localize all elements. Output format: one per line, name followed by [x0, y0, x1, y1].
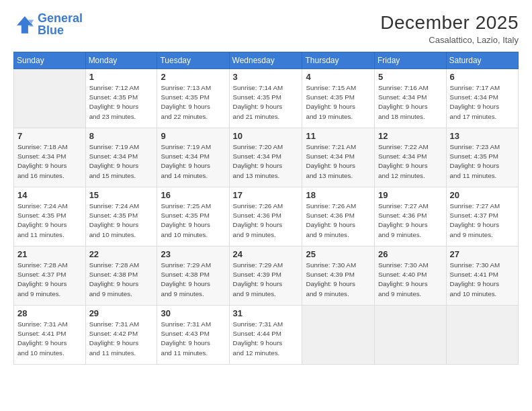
calendar-day-25: 25Sunrise: 7:30 AMSunset: 4:39 PMDayligh…	[302, 246, 375, 306]
calendar-week-5: 28Sunrise: 7:31 AMSunset: 4:41 PMDayligh…	[14, 306, 519, 365]
calendar-day-10: 10Sunrise: 7:20 AMSunset: 4:34 PMDayligh…	[229, 128, 302, 187]
day-number: 24	[233, 249, 299, 259]
day-number: 8	[89, 131, 154, 141]
calendar-day-30: 30Sunrise: 7:31 AMSunset: 4:43 PMDayligh…	[157, 306, 229, 365]
day-info: Sunrise: 7:31 AMSunset: 4:42 PMDaylight:…	[89, 320, 154, 358]
calendar-day-12: 12Sunrise: 7:22 AMSunset: 4:34 PMDayligh…	[375, 128, 447, 187]
day-info: Sunrise: 7:22 AMSunset: 4:34 PMDaylight:…	[378, 142, 443, 181]
page: General Blue December 2025 Casalattico, …	[0, 0, 532, 411]
day-number: 14	[17, 190, 82, 200]
day-info: Sunrise: 7:25 AMSunset: 4:35 PMDaylight:…	[161, 201, 225, 240]
calendar-header-row: SundayMondayTuesdayWednesdayThursdayFrid…	[14, 52, 519, 69]
day-number: 5	[378, 72, 443, 82]
calendar-day-8: 8Sunrise: 7:19 AMSunset: 4:34 PMDaylight…	[85, 128, 157, 187]
calendar-day-18: 18Sunrise: 7:26 AMSunset: 4:36 PMDayligh…	[302, 187, 375, 246]
calendar-day-29: 29Sunrise: 7:31 AMSunset: 4:42 PMDayligh…	[85, 306, 157, 365]
day-info: Sunrise: 7:18 AMSunset: 4:34 PMDaylight:…	[17, 142, 82, 181]
calendar-empty	[14, 69, 86, 128]
day-info: Sunrise: 7:23 AMSunset: 4:35 PMDaylight:…	[450, 142, 515, 181]
day-number: 12	[378, 131, 443, 141]
col-header-saturday: Saturday	[446, 52, 518, 69]
day-info: Sunrise: 7:24 AMSunset: 4:35 PMDaylight:…	[17, 201, 82, 240]
day-info: Sunrise: 7:27 AMSunset: 4:37 PMDaylight:…	[450, 201, 515, 240]
day-number: 21	[17, 249, 82, 259]
calendar-week-3: 14Sunrise: 7:24 AMSunset: 4:35 PMDayligh…	[14, 187, 519, 246]
calendar-day-11: 11Sunrise: 7:21 AMSunset: 4:34 PMDayligh…	[302, 128, 375, 187]
logo-line2: Blue	[38, 24, 83, 38]
location: Casalattico, Lazio, Italy	[380, 35, 519, 45]
calendar-day-27: 27Sunrise: 7:30 AMSunset: 4:41 PMDayligh…	[446, 246, 518, 306]
day-info: Sunrise: 7:17 AMSunset: 4:34 PMDaylight:…	[450, 83, 515, 122]
day-info: Sunrise: 7:31 AMSunset: 4:44 PMDaylight:…	[233, 320, 299, 358]
day-info: Sunrise: 7:30 AMSunset: 4:39 PMDaylight:…	[306, 261, 371, 299]
calendar-day-26: 26Sunrise: 7:30 AMSunset: 4:40 PMDayligh…	[375, 246, 447, 306]
day-number: 26	[378, 249, 443, 259]
day-number: 2	[161, 72, 225, 82]
day-info: Sunrise: 7:28 AMSunset: 4:37 PMDaylight:…	[17, 261, 82, 299]
day-number: 9	[161, 131, 225, 141]
logo-icon	[13, 14, 35, 36]
calendar-day-7: 7Sunrise: 7:18 AMSunset: 4:34 PMDaylight…	[14, 128, 86, 187]
day-number: 6	[450, 72, 515, 82]
day-number: 19	[378, 190, 443, 200]
day-number: 7	[17, 131, 82, 141]
calendar-day-15: 15Sunrise: 7:24 AMSunset: 4:35 PMDayligh…	[85, 187, 157, 246]
day-number: 4	[306, 72, 371, 82]
title-block: December 2025 Casalattico, Lazio, Italy	[380, 12, 519, 45]
logo-text: General Blue	[38, 12, 83, 38]
calendar-day-22: 22Sunrise: 7:28 AMSunset: 4:38 PMDayligh…	[85, 246, 157, 306]
day-number: 1	[89, 72, 154, 82]
day-info: Sunrise: 7:16 AMSunset: 4:34 PMDaylight:…	[378, 83, 443, 122]
day-number: 3	[233, 72, 299, 82]
calendar-day-1: 1Sunrise: 7:12 AMSunset: 4:35 PMDaylight…	[85, 69, 157, 128]
day-info: Sunrise: 7:29 AMSunset: 4:38 PMDaylight:…	[161, 261, 225, 299]
svg-marker-0	[17, 16, 33, 33]
day-info: Sunrise: 7:19 AMSunset: 4:34 PMDaylight:…	[161, 142, 225, 181]
day-number: 16	[161, 190, 225, 200]
day-number: 23	[161, 249, 225, 259]
day-info: Sunrise: 7:14 AMSunset: 4:35 PMDaylight:…	[233, 83, 299, 122]
day-number: 25	[306, 249, 371, 259]
calendar-day-14: 14Sunrise: 7:24 AMSunset: 4:35 PMDayligh…	[14, 187, 86, 246]
calendar-day-2: 2Sunrise: 7:13 AMSunset: 4:35 PMDaylight…	[157, 69, 229, 128]
col-header-monday: Monday	[85, 52, 157, 69]
calendar-empty	[375, 306, 447, 365]
calendar-day-17: 17Sunrise: 7:26 AMSunset: 4:36 PMDayligh…	[229, 187, 302, 246]
col-header-wednesday: Wednesday	[229, 52, 302, 69]
day-number: 11	[306, 131, 371, 141]
day-number: 29	[89, 308, 154, 318]
calendar-day-6: 6Sunrise: 7:17 AMSunset: 4:34 PMDaylight…	[446, 69, 518, 128]
month-title: December 2025	[380, 12, 519, 34]
day-number: 13	[450, 131, 515, 141]
calendar-table: SundayMondayTuesdayWednesdayThursdayFrid…	[13, 52, 519, 365]
logo: General Blue	[13, 12, 83, 38]
day-info: Sunrise: 7:30 AMSunset: 4:41 PMDaylight:…	[450, 261, 515, 299]
day-info: Sunrise: 7:29 AMSunset: 4:39 PMDaylight:…	[233, 261, 299, 299]
col-header-friday: Friday	[375, 52, 447, 69]
calendar-day-28: 28Sunrise: 7:31 AMSunset: 4:41 PMDayligh…	[14, 306, 86, 365]
day-number: 27	[450, 249, 515, 259]
day-info: Sunrise: 7:26 AMSunset: 4:36 PMDaylight:…	[306, 201, 371, 240]
day-info: Sunrise: 7:13 AMSunset: 4:35 PMDaylight:…	[161, 83, 225, 122]
calendar-day-16: 16Sunrise: 7:25 AMSunset: 4:35 PMDayligh…	[157, 187, 229, 246]
day-info: Sunrise: 7:26 AMSunset: 4:36 PMDaylight:…	[233, 201, 299, 240]
day-number: 31	[233, 308, 299, 318]
calendar-day-5: 5Sunrise: 7:16 AMSunset: 4:34 PMDaylight…	[375, 69, 447, 128]
day-info: Sunrise: 7:27 AMSunset: 4:36 PMDaylight:…	[378, 201, 443, 240]
calendar-week-1: 1Sunrise: 7:12 AMSunset: 4:35 PMDaylight…	[14, 69, 519, 128]
logo-line1: General	[38, 11, 83, 25]
day-number: 18	[306, 190, 371, 200]
calendar-day-9: 9Sunrise: 7:19 AMSunset: 4:34 PMDaylight…	[157, 128, 229, 187]
day-info: Sunrise: 7:19 AMSunset: 4:34 PMDaylight:…	[89, 142, 154, 181]
day-number: 30	[161, 308, 225, 318]
day-info: Sunrise: 7:12 AMSunset: 4:35 PMDaylight:…	[89, 83, 154, 122]
calendar-day-24: 24Sunrise: 7:29 AMSunset: 4:39 PMDayligh…	[229, 246, 302, 306]
day-info: Sunrise: 7:31 AMSunset: 4:41 PMDaylight:…	[17, 320, 82, 358]
calendar-day-19: 19Sunrise: 7:27 AMSunset: 4:36 PMDayligh…	[375, 187, 447, 246]
calendar-empty	[302, 306, 375, 365]
day-number: 20	[450, 190, 515, 200]
calendar-day-31: 31Sunrise: 7:31 AMSunset: 4:44 PMDayligh…	[229, 306, 302, 365]
calendar-empty	[446, 306, 518, 365]
col-header-thursday: Thursday	[302, 52, 375, 69]
day-number: 15	[89, 190, 154, 200]
